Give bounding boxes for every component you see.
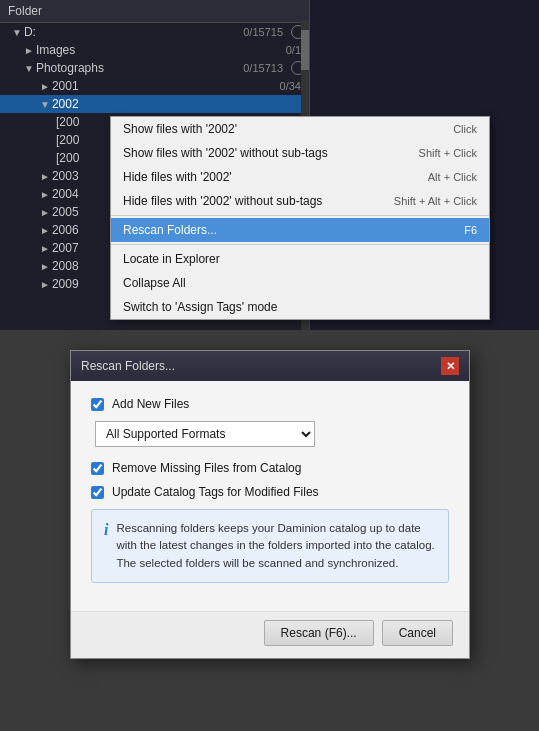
ctx-show-nosub-shortcut: Shift + Click [419,147,477,159]
ctx-hide-nosub[interactable]: Hide files with '2002' without sub-tags … [111,189,489,213]
ctx-collapse[interactable]: Collapse All [111,271,489,295]
format-dropdown-row: All Supported Formats JPEG Only RAW Only [95,421,449,447]
rescan-dialog: Rescan Folders... ✕ Add New Files All Su… [70,350,470,659]
ctx-hide-files-shortcut: Alt + Click [428,171,477,183]
arrow-photographs: ▼ [24,63,34,74]
label-sub1: [200 [56,115,79,129]
dialog-title: Rescan Folders... [81,359,175,373]
dialog-close-button[interactable]: ✕ [441,357,459,375]
ctx-show-files-shortcut: Click [453,123,477,135]
label-photographs: Photographs [36,61,104,75]
arrow-2002: ▼ [40,99,50,110]
ctx-switch-label: Switch to 'Assign Tags' mode [123,300,277,314]
arrow-2006: ► [40,225,50,236]
ctx-rescan[interactable]: Rescan Folders... F6 [111,218,489,242]
ctx-show-files-label: Show files with '2002' [123,122,237,136]
label-2006: 2006 [52,223,79,237]
remove-missing-checkbox[interactable] [91,462,104,475]
tree-item-photographs[interactable]: ▼ Photographs 0/15713 [0,59,309,77]
label-2002: 2002 [52,97,79,111]
label-2001: 2001 [52,79,79,93]
rescan-button[interactable]: Rescan (F6)... [264,620,374,646]
label-sub3: [200 [56,151,79,165]
ctx-locate-label: Locate in Explorer [123,252,220,266]
arrow-d: ▼ [12,27,22,38]
arrow-2001: ► [40,81,50,92]
ctx-switch[interactable]: Switch to 'Assign Tags' mode [111,295,489,319]
cancel-button[interactable]: Cancel [382,620,453,646]
tree-item-d-drive[interactable]: ▼ D: 0/15715 [0,23,309,41]
ctx-locate[interactable]: Locate in Explorer [111,247,489,271]
tree-item-images[interactable]: ► Images 0/1 [0,41,309,59]
label-2005: 2005 [52,205,79,219]
arrow-2005: ► [40,207,50,218]
info-icon: i [104,521,108,539]
ctx-hide-nosub-shortcut: Shift + Alt + Click [394,195,477,207]
info-box: i Rescanning folders keeps your Daminion… [91,509,449,583]
label-2003: 2003 [52,169,79,183]
label-d: D: [24,25,36,39]
label-2004: 2004 [52,187,79,201]
tree-header: Folder [0,0,309,23]
ctx-hide-files-label: Hide files with '2002' [123,170,232,184]
info-text: Rescanning folders keeps your Daminion c… [116,520,436,572]
arrow-2003: ► [40,171,50,182]
update-tags-row: Update Catalog Tags for Modified Files [91,485,449,499]
scrollbar-thumb[interactable] [301,30,309,70]
label-images: Images [36,43,75,57]
arrow-2008: ► [40,261,50,272]
top-panel: Folder ▼ D: 0/15715 ► Images 0/1 ▼ Photo… [0,0,539,330]
dialog-footer: Rescan (F6)... Cancel [71,611,469,658]
ctx-hide-files[interactable]: Hide files with '2002' Alt + Click [111,165,489,189]
tree-item-2001[interactable]: ► 2001 0/34 [0,77,309,95]
dialog-body: Add New Files All Supported Formats JPEG… [71,381,469,611]
update-tags-checkbox[interactable] [91,486,104,499]
ctx-rescan-shortcut: F6 [464,224,477,236]
add-new-files-row: Add New Files [91,397,449,411]
dialog-titlebar: Rescan Folders... ✕ [71,351,469,381]
add-new-files-checkbox[interactable] [91,398,104,411]
count-photographs: 0/15713 [243,62,287,74]
remove-missing-label: Remove Missing Files from Catalog [112,461,301,475]
arrow-images: ► [24,45,34,56]
ctx-show-files[interactable]: Show files with '2002' Click [111,117,489,141]
format-select[interactable]: All Supported Formats JPEG Only RAW Only [95,421,315,447]
label-2008: 2008 [52,259,79,273]
ctx-collapse-label: Collapse All [123,276,186,290]
remove-missing-row: Remove Missing Files from Catalog [91,461,449,475]
ctx-show-nosub-label: Show files with '2002' without sub-tags [123,146,328,160]
count-d: 0/15715 [243,26,287,38]
update-tags-label: Update Catalog Tags for Modified Files [112,485,319,499]
ctx-hide-nosub-label: Hide files with '2002' without sub-tags [123,194,322,208]
ctx-separator-2 [111,244,489,245]
ctx-rescan-label: Rescan Folders... [123,223,217,237]
tree-title: Folder [8,4,42,18]
label-2007: 2007 [52,241,79,255]
label-2009: 2009 [52,277,79,291]
ctx-separator-1 [111,215,489,216]
label-sub2: [200 [56,133,79,147]
arrow-2009: ► [40,279,50,290]
context-menu: Show files with '2002' Click Show files … [110,116,490,320]
tree-item-2002[interactable]: ▼ 2002 [0,95,309,113]
add-new-files-label: Add New Files [112,397,189,411]
ctx-show-nosub[interactable]: Show files with '2002' without sub-tags … [111,141,489,165]
arrow-2004: ► [40,189,50,200]
arrow-2007: ► [40,243,50,254]
